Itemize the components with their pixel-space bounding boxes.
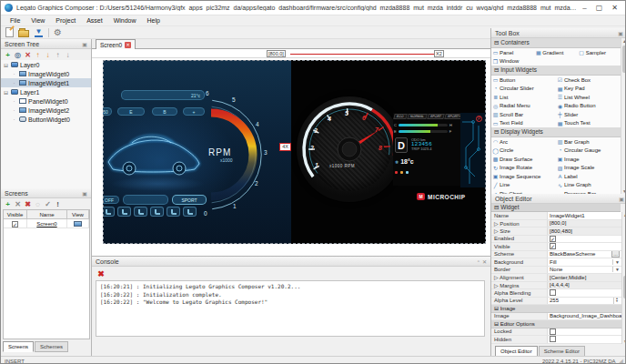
screen-visible-cell[interactable]: ✓ (4, 219, 27, 228)
design-canvas[interactable]: 21°c (92, 58, 490, 256)
property-checkbox[interactable] (550, 329, 556, 335)
toolbox-item-circle[interactable]: ◯Circle (491, 147, 556, 156)
settings-icon[interactable]: ⚙ (54, 27, 62, 37)
menu-window[interactable]: Window (108, 17, 142, 24)
expander-icon[interactable]: ⊟ (3, 62, 9, 68)
toolbox-item-slider[interactable]: ╪Slider (556, 110, 621, 119)
image-widget1-dashboard-background[interactable]: x1000 RPM ECONORMALSPORTSPORT+ C H E F D… (291, 60, 486, 244)
menu-file[interactable]: File (5, 17, 25, 24)
console-log[interactable]: [16:20:21] : Initializing Legato Graphic… (96, 280, 485, 337)
property-value[interactable]: None▼ (548, 267, 621, 274)
dropdown-arrow-icon[interactable]: ▼ (612, 259, 620, 265)
screen-name-cell[interactable]: Screen0 (27, 219, 67, 228)
pin-icon[interactable]: ▣ (618, 30, 623, 36)
toolbox-item-label[interactable]: ALabel (556, 172, 621, 181)
visible-checkbox[interactable]: ✓ (12, 221, 18, 228)
resize-grip[interactable]: ◢ (619, 358, 623, 364)
toolbox-item-window[interactable]: ❐Window (491, 57, 534, 66)
tree-item-imagewidget0[interactable]: ·ImageWidget0 (1, 69, 91, 78)
tab-close-icon[interactable]: ✕ (125, 42, 131, 48)
selection-handle-marker[interactable]: 4X (279, 143, 291, 151)
delete-screen-icon[interactable]: ✖ (23, 199, 33, 209)
property-category-editor-options[interactable]: ⊟ Editor Options (491, 320, 621, 329)
tab-screen0[interactable]: Screen0 ✕ (96, 39, 136, 49)
toolbox-item-text-field[interactable]: ▭Text Field (491, 119, 556, 128)
new-project-icon[interactable] (5, 27, 14, 37)
preview-screen-icon[interactable]: ◌ (33, 199, 43, 209)
property-category-image[interactable]: ⊟ Image (491, 305, 621, 313)
property-value[interactable]: Background_Image_Dashboard (548, 313, 621, 320)
menu-help[interactable]: Help (142, 17, 166, 24)
toolbox-section-containers[interactable]: ⊟ Containers (491, 38, 621, 48)
toolbox-section-display-widgets[interactable]: ⊟ Display Widgets (491, 127, 621, 137)
property-grid-scrollbar[interactable]: ▲▼ (621, 212, 626, 344)
toolbox-item-radial-menu[interactable]: ◎Radial Menu (491, 102, 556, 111)
toolbox-item-key-pad[interactable]: ▦Key Pad (556, 85, 621, 94)
property-value[interactable]: [4,4,4,4] (548, 282, 621, 289)
toolbox-item-image-rotate[interactable]: ↻Image Rotate (491, 164, 556, 173)
property-value[interactable]: [800,480] (548, 228, 621, 235)
open-project-icon[interactable] (18, 30, 29, 37)
screens-row[interactable]: ✓Screen0 (4, 219, 89, 228)
toolbox-item-line-graph[interactable]: ∿Line Graph (556, 181, 621, 190)
minimize-button[interactable]: – (582, 4, 586, 12)
property-checkbox[interactable] (550, 289, 556, 296)
scheme-picker-button[interactable]: … (611, 251, 620, 258)
move-down-icon[interactable]: ↓ (43, 50, 53, 60)
property-checkbox[interactable]: ✓ (550, 236, 556, 242)
promote-icon[interactable]: ↑ (53, 50, 63, 60)
widget-section-header[interactable]: ⊟ Widget (491, 204, 621, 212)
toolbox-item-line[interactable]: ╱Line (491, 181, 556, 190)
property-checkbox[interactable] (550, 336, 556, 342)
property-checkbox[interactable]: ✓ (550, 243, 556, 249)
tree-item-imagewidget1[interactable]: ·ImageWidget1 (1, 78, 91, 87)
property-value[interactable] (548, 329, 621, 336)
toolbox-item-image[interactable]: ▣Image (556, 155, 621, 164)
toolbox-item-circular-gauge[interactable]: ◔Circular Gauge (556, 147, 621, 156)
close-button[interactable]: ✕ (611, 4, 618, 12)
property-value[interactable]: [Center,Middle] (548, 274, 621, 281)
toolbox-scrollbar[interactable]: ▲▼ (621, 38, 626, 194)
add-widget-icon[interactable]: + (3, 50, 13, 60)
tree-item-layer0[interactable]: ⊟Layer0 (1, 60, 91, 69)
menu-view[interactable]: View (25, 17, 50, 24)
pin-icon[interactable]: ▣ (619, 196, 624, 202)
validate-screen-icon[interactable]: ✓ (43, 199, 53, 209)
pin-icon[interactable]: ▣ (82, 190, 87, 197)
toolbox-item-check-box[interactable]: ☑Check Box (556, 76, 621, 85)
close-panel-icon[interactable]: ✕ (482, 258, 487, 265)
delete-widget-icon[interactable]: ✕ (23, 50, 33, 60)
property-value[interactable]: 255▲▼ (548, 298, 621, 305)
clear-console-icon[interactable]: ✖ (96, 268, 106, 279)
tree-item-panelwidget0[interactable]: ·PanelWidget0 (1, 96, 91, 106)
expander-icon[interactable]: ⊟ (3, 89, 9, 96)
screen-view-cell[interactable] (67, 219, 89, 228)
toolbox-section-input-widgets[interactable]: ⊟ Input Widgets (491, 66, 621, 76)
toolbox-item-bar-graph[interactable]: ▥Bar Graph (556, 137, 621, 147)
toolbox-item-list[interactable]: ≣List (491, 93, 556, 102)
property-value[interactable]: ✓ (548, 236, 621, 243)
maximize-button[interactable]: ▢ (596, 4, 603, 12)
remove-screen-icon[interactable]: ✕ (13, 199, 23, 209)
float-panel-icon[interactable]: ▫ (478, 258, 480, 264)
property-value[interactable]: [800,0] (548, 220, 621, 228)
menu-project[interactable]: Project (50, 17, 81, 24)
toolbox-item-button[interactable]: ▭Button (491, 76, 556, 85)
image-widget0-dashboard-concept[interactable]: 21°c (103, 60, 291, 244)
demote-icon[interactable]: ↓ (63, 50, 73, 60)
screen-warning-icon[interactable]: ! (53, 199, 63, 209)
add-screen-icon[interactable]: + (3, 199, 13, 209)
toolbox-item-circular-slider[interactable]: ◔Circular Slider (491, 85, 556, 94)
toolbox-item-image-scale[interactable]: ▨Image Scale (556, 164, 621, 173)
toolbox-item-radio-button[interactable]: ◉Radio Button (556, 102, 621, 111)
tree-item-layer1[interactable]: ⊟Layer1 (1, 87, 91, 96)
property-value[interactable]: Fill▼ (548, 258, 621, 266)
toolbox-item-image-sequence[interactable]: ▣Image Sequence (491, 172, 556, 181)
tree-item-buttonwidget0[interactable]: ·ButtonWidget0 (1, 115, 91, 124)
tree-item-imagewidget2[interactable]: ·ImageWidget2 (1, 106, 91, 115)
property-value[interactable]: BlackBaseScheme… (548, 251, 621, 258)
toolbox-item-touch-test[interactable]: ▦Touch Test (556, 119, 621, 128)
toolbox-item-sampler[interactable]: ▢Sampler (578, 48, 621, 57)
toolbox-item-gradient[interactable]: ▦Gradient (534, 48, 577, 57)
toolbox-item-draw-surface[interactable]: ▩Draw Surface (491, 155, 556, 164)
